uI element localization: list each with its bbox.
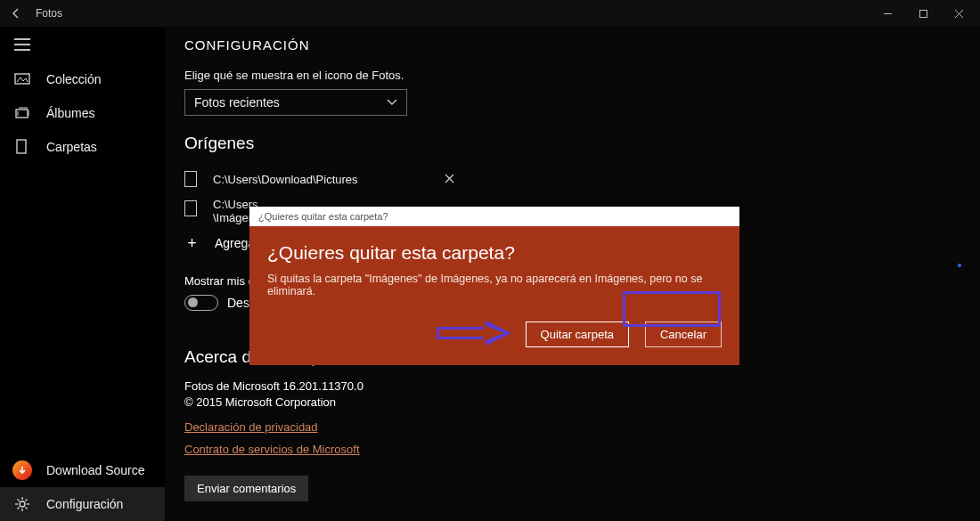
folders-icon: [11, 135, 34, 159]
svg-line-16: [18, 500, 20, 501]
sidebar-item-albums[interactable]: Álbumes: [0, 96, 165, 130]
privacy-link[interactable]: Declaración de privacidad: [184, 420, 318, 434]
cursor-dot: [958, 264, 961, 267]
cancel-button[interactable]: Cancelar: [645, 322, 722, 347]
dropdown-selected: Fotos recientes: [194, 95, 280, 110]
svg-rect-7: [15, 74, 29, 84]
sidebar-item-folders[interactable]: Carpetas: [0, 130, 165, 164]
sidebar-item-label: Colección: [46, 72, 101, 86]
sidebar: Colección Álbumes Carpetas Download Sour…: [0, 27, 165, 521]
plus-icon: +: [184, 236, 200, 251]
svg-line-18: [25, 500, 27, 501]
about-copyright: © 2015 Microsoft Corporation: [184, 395, 980, 409]
folder-path: C:\Users\Download\Pictures: [213, 173, 436, 186]
source-folder-row: C:\Users\Download\Pictures: [184, 166, 980, 192]
gear-icon: [11, 493, 34, 516]
svg-rect-10: [17, 140, 26, 153]
dialog-body-text: Si quitas la carpeta "Imágenes" de Imáge…: [267, 273, 722, 297]
sources-heading: Orígenes: [184, 134, 980, 153]
download-icon: [11, 459, 34, 482]
collection-icon: [11, 68, 34, 91]
sidebar-item-label: Download Source: [46, 463, 145, 477]
hamburger-button[interactable]: [0, 27, 165, 62]
page-title: CONFIGURACIÓN: [184, 37, 980, 53]
svg-line-19: [18, 507, 20, 509]
remove-folder-button[interactable]: [436, 173, 454, 186]
minimize-button[interactable]: [870, 1, 905, 26]
send-feedback-button[interactable]: Enviar comentarios: [184, 476, 308, 501]
dialog-caption: ¿Quieres quitar esta carpeta?: [249, 207, 739, 226]
maximize-button[interactable]: [905, 1, 941, 26]
svg-line-17: [25, 507, 27, 509]
albums-icon: [11, 102, 34, 125]
remove-folder-dialog: ¿Quieres quitar esta carpeta? ¿Quieres q…: [249, 207, 739, 365]
sidebar-item-download[interactable]: Download Source: [0, 453, 165, 487]
remove-folder-confirm-button[interactable]: Quitar carpeta: [526, 322, 629, 347]
tile-dropdown[interactable]: Fotos recientes: [184, 89, 407, 116]
close-button[interactable]: [941, 1, 976, 26]
about-version: Fotos de Microsoft 16.201.11370.0: [184, 379, 980, 393]
toggle-track: [184, 295, 218, 311]
titlebar: Fotos: [0, 0, 980, 27]
chevron-down-icon: [387, 96, 397, 109]
back-button[interactable]: [4, 1, 29, 26]
sidebar-item-label: Carpetas: [46, 140, 97, 154]
app-name: Fotos: [29, 7, 62, 20]
svg-rect-24: [439, 330, 484, 337]
tile-hint-text: Elige qué se muestra en el icono de Foto…: [184, 69, 980, 82]
svg-point-11: [20, 501, 25, 507]
sidebar-item-collection[interactable]: Colección: [0, 62, 165, 96]
sidebar-item-label: Configuración: [46, 497, 123, 511]
folder-icon: [184, 200, 197, 216]
folder-icon: [184, 171, 197, 187]
svg-rect-1: [919, 10, 927, 17]
sidebar-item-settings[interactable]: Configuración: [0, 487, 165, 521]
main-content: CONFIGURACIÓN Elige qué se muestra en el…: [165, 27, 980, 521]
annotation-arrow: [435, 319, 515, 349]
sidebar-item-label: Álbumes: [46, 106, 94, 120]
dialog-heading: ¿Quieres quitar esta carpeta?: [267, 242, 722, 264]
terms-link[interactable]: Contrato de servicios de Microsoft: [184, 443, 360, 456]
